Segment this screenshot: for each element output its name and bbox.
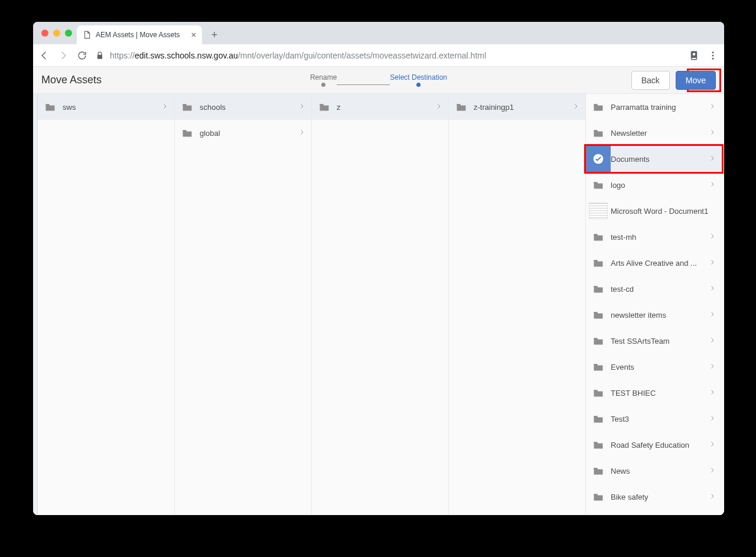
folder-row[interactable]: Road Safety Education (586, 432, 722, 458)
row-label: Test3 (611, 415, 709, 424)
svg-rect-21 (594, 416, 598, 417)
chevron-right-icon (709, 103, 716, 112)
chevron-right-icon (709, 181, 716, 190)
folder-row[interactable]: schools (175, 94, 311, 120)
folder-row[interactable]: Test SSArtsTeam (586, 328, 722, 354)
maximize-window-button[interactable] (65, 30, 72, 37)
folder-icon (312, 94, 337, 120)
app-header: Move Assets Rename Select Destination Ba… (33, 67, 724, 94)
folder-icon (586, 380, 611, 406)
browser-tab[interactable]: AEM Assets | Move Assets (77, 25, 202, 44)
svg-rect-15 (594, 260, 598, 261)
svg-rect-24 (594, 494, 598, 495)
chevron-right-icon (709, 233, 716, 242)
minimize-window-button[interactable] (53, 30, 60, 37)
row-label: Events (611, 363, 709, 372)
svg-rect-23 (594, 468, 598, 469)
column: z (312, 94, 449, 515)
folder-icon (586, 276, 611, 302)
row-label: Bike safety (611, 493, 709, 501)
svg-rect-7 (183, 130, 187, 131)
svg-rect-13 (594, 182, 598, 183)
url-text: https://edit.sws.schools.nsw.gov.au/mnt/… (110, 51, 486, 60)
close-tab-icon[interactable] (191, 32, 196, 37)
check-icon (586, 146, 611, 172)
folder-icon (586, 432, 611, 458)
chevron-right-icon (709, 415, 716, 424)
document-thumb (586, 198, 611, 224)
column: sws (38, 94, 175, 515)
folder-row[interactable]: z-trainingp1 (449, 94, 585, 120)
folder-icon (586, 250, 611, 276)
folder-icon (38, 94, 63, 120)
svg-point-3 (712, 54, 714, 56)
chevron-right-icon (709, 493, 716, 501)
row-label: Documents (611, 155, 709, 164)
row-label: test-mh (611, 233, 709, 242)
row-label: TEST BHIEC (611, 389, 709, 398)
window-controls (41, 30, 72, 37)
folder-icon (586, 458, 611, 484)
browser-window: AEM Assets | Move Assets + https://edit.… (33, 22, 724, 515)
row-label: News (611, 467, 709, 475)
folder-row[interactable]: Microsoft Word - Document1 (586, 198, 722, 224)
svg-rect-6 (183, 104, 187, 105)
new-tab-button[interactable]: + (207, 27, 222, 43)
chevron-right-icon (709, 155, 716, 164)
folder-row[interactable]: newsletter items (586, 302, 722, 328)
url-field[interactable]: https://edit.sws.schools.nsw.gov.au/mnt/… (96, 51, 680, 60)
folder-row[interactable]: test-cd (586, 276, 722, 302)
close-window-button[interactable] (41, 30, 48, 37)
svg-point-1 (693, 53, 696, 56)
back-icon[interactable] (39, 50, 50, 61)
folder-row[interactable]: Parramatta training (586, 94, 722, 120)
folder-icon (586, 354, 611, 380)
row-label: newsletter items (611, 311, 709, 320)
chevron-right-icon (161, 103, 168, 112)
folder-row[interactable]: Documents (586, 146, 722, 172)
row-label: Test SSArtsTeam (611, 337, 709, 346)
forward-icon[interactable] (58, 50, 69, 61)
row-label: Parramatta training (611, 103, 709, 112)
folder-row[interactable]: global (175, 120, 311, 146)
account-icon[interactable] (689, 50, 699, 61)
svg-rect-10 (594, 104, 598, 105)
row-label: Newsletter (611, 129, 709, 138)
kebab-menu-icon[interactable] (708, 50, 718, 61)
svg-point-2 (712, 51, 714, 53)
svg-point-4 (712, 57, 714, 59)
back-button[interactable]: Back (631, 71, 670, 90)
move-button[interactable]: Move (676, 71, 716, 90)
reload-icon[interactable] (77, 50, 87, 61)
page-icon (83, 31, 91, 39)
folder-row[interactable]: News (586, 458, 722, 484)
folder-row[interactable]: z (312, 94, 448, 120)
row-label: z (337, 103, 435, 112)
folder-row[interactable]: Bike safety (586, 484, 722, 510)
svg-rect-17 (594, 312, 598, 313)
folder-icon (586, 484, 611, 510)
chevron-right-icon (709, 467, 716, 475)
column: schoolsglobal (175, 94, 312, 515)
page-title: Move Assets (41, 74, 102, 86)
wizard-step-select-destination[interactable]: Select Destination (390, 73, 447, 87)
wizard-step-rename[interactable]: Rename (310, 73, 337, 87)
column-browser: swsschoolsglobalzz-trainingp1Parramatta … (33, 94, 724, 515)
svg-rect-19 (594, 364, 598, 365)
folder-row[interactable]: logo (586, 172, 722, 198)
chevron-right-icon (709, 441, 716, 449)
folder-row[interactable]: test-mh (586, 224, 722, 250)
folder-row[interactable]: Events (586, 354, 722, 380)
chevron-right-icon (298, 129, 305, 138)
folder-row[interactable]: TEST BHIEC (586, 380, 722, 406)
row-label: z-trainingp1 (474, 103, 572, 112)
svg-rect-14 (594, 234, 598, 235)
folder-icon (586, 224, 611, 250)
folder-row[interactable]: sws (38, 94, 174, 120)
folder-icon (586, 120, 611, 146)
folder-row[interactable]: Arts Alive Creative and ... (586, 250, 722, 276)
folder-icon (175, 94, 200, 120)
column: z-trainingp1 (449, 94, 586, 515)
folder-row[interactable]: Test3 (586, 406, 722, 432)
folder-row[interactable]: Newsletter (586, 120, 722, 146)
